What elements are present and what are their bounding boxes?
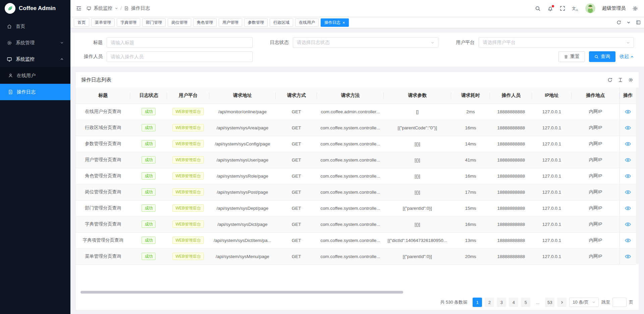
horizontal-scrollbar-thumb[interactable] — [80, 291, 403, 294]
view-detail-eye-icon[interactable] — [620, 104, 636, 120]
fullscreen-icon[interactable] — [560, 6, 565, 11]
tab-字典管理[interactable]: 字典管理 — [117, 18, 140, 27]
tab-close-icon[interactable]: × — [342, 20, 345, 25]
cell-location: 内网IP — [572, 104, 620, 120]
log-status-select[interactable]: 请选择日志状态 — [293, 37, 439, 48]
user-platform-label: 用户平台 — [448, 40, 479, 46]
view-detail-eye-icon[interactable] — [620, 120, 636, 136]
cell-status: 成功 — [130, 248, 167, 264]
user-platform-tag: WEB管理后台 — [172, 172, 204, 180]
sidebar-item-home[interactable]: 首页 — [0, 18, 70, 35]
view-detail-eye-icon[interactable] — [620, 136, 636, 152]
page-button-2[interactable]: 2 — [485, 298, 494, 307]
user-avatar[interactable] — [585, 3, 595, 13]
tab-在线用户[interactable]: 在线用户 — [295, 18, 319, 27]
vertical-scrollbar[interactable] — [636, 87, 639, 264]
cell-status: 成功 — [130, 168, 167, 184]
reset-button[interactable]: 重置 — [558, 51, 585, 62]
sidebar-item-online-users[interactable]: 在线用户 — [0, 67, 70, 84]
cell-method: GET — [276, 152, 317, 168]
tab-操作日志[interactable]: 操作日志× — [321, 18, 349, 27]
sidebar-item-system-monitor[interactable]: 系统监控 — [0, 51, 70, 67]
column-header-title: 标题 — [76, 87, 130, 104]
sidebar: Coffee Admin 首页 系统管理 系统监控 在线用户 操作日志 — [0, 0, 70, 314]
log-status-tag: 成功 — [142, 140, 156, 147]
search-icon[interactable] — [535, 6, 541, 11]
sidebar-item-label: 首页 — [16, 23, 25, 29]
tab-菜单管理[interactable]: 菜单管理 — [91, 18, 115, 27]
tab-label: 在线用户 — [299, 20, 315, 25]
tab-行政区域[interactable]: 行政区域 — [270, 18, 293, 27]
row-height-icon[interactable] — [618, 77, 623, 82]
sidebar-collapse-icon[interactable] — [76, 5, 82, 11]
query-button[interactable]: 查询 — [589, 51, 615, 62]
collapse-filter-link[interactable]: 收起 — [620, 54, 634, 60]
view-detail-eye-icon[interactable] — [620, 248, 636, 264]
log-document-icon — [8, 89, 13, 95]
cell-title: 参数管理分页查询 — [76, 136, 130, 152]
page-button-3[interactable]: 3 — [497, 298, 506, 307]
cell-func: com.coffee.system.controlle... — [317, 136, 383, 152]
horizontal-scrollbar[interactable] — [79, 291, 635, 294]
tab-角色管理[interactable]: 角色管理 — [193, 18, 217, 27]
page-size-select[interactable]: 10 条/页 — [569, 298, 599, 307]
cell-ip: 127.0.0.1 — [532, 248, 571, 264]
cell-duration: 14ms — [451, 136, 490, 152]
page-button-1[interactable]: 1 — [473, 298, 482, 307]
cell-duration: 13ms — [451, 232, 490, 248]
tab-label: 字典管理 — [120, 20, 137, 25]
column-settings-gear-icon[interactable] — [628, 77, 633, 82]
current-user-name[interactable]: 超级管理员 — [602, 5, 626, 11]
tab-部门管理[interactable]: 部门管理 — [142, 18, 166, 27]
cell-method: GET — [276, 200, 317, 216]
user-platform-select[interactable]: 请选择用户平台 — [479, 37, 634, 48]
user-icon — [8, 73, 13, 78]
cell-status: 成功 — [130, 216, 167, 232]
view-detail-eye-icon[interactable] — [620, 232, 636, 248]
page-button-53[interactable]: 53 — [545, 298, 554, 307]
cell-url: /api/system/sysMenu/page — [209, 248, 276, 264]
chevron-down-icon[interactable] — [627, 20, 631, 24]
cell-ip: 127.0.0.1 — [532, 136, 571, 152]
view-detail-eye-icon[interactable] — [620, 168, 636, 184]
view-detail-eye-icon[interactable] — [620, 152, 636, 168]
cell-platform: WEB管理后台 — [167, 104, 209, 120]
notification-bell-icon[interactable] — [547, 6, 553, 11]
refresh-icon[interactable] — [607, 77, 612, 82]
next-page-button[interactable] — [557, 298, 567, 307]
column-header-platform: 用户平台 — [167, 87, 209, 104]
tab-参数管理[interactable]: 参数管理 — [244, 18, 268, 27]
title-input[interactable] — [107, 37, 253, 48]
cell-url: /api/system/sysConfig/page — [209, 136, 276, 152]
tab-label: 岗位管理 — [171, 20, 187, 25]
tab-首页[interactable]: 首页 — [74, 18, 89, 27]
card-header: 操作日志列表 — [76, 72, 639, 87]
tab-用户管理[interactable]: 用户管理 — [219, 18, 242, 27]
breadcrumb-parent[interactable]: 系统监控 — [94, 5, 112, 11]
sidebar-item-system-management[interactable]: 系统管理 — [0, 35, 70, 51]
settings-gear-icon[interactable] — [632, 6, 638, 11]
view-detail-eye-icon[interactable] — [620, 200, 636, 216]
sidebar-item-operation-logs[interactable]: 操作日志 — [0, 84, 70, 100]
user-platform-tag: WEB管理后台 — [172, 108, 204, 115]
table-row: 菜单管理分页查询成功WEB管理后台/api/system/sysMenu/pag… — [76, 248, 636, 264]
cell-func: com.coffee.system.controlle... — [317, 232, 383, 248]
page-button-5[interactable]: 5 — [521, 298, 530, 307]
app-logo[interactable]: Coffee Admin — [0, 0, 70, 17]
view-detail-eye-icon[interactable] — [620, 216, 636, 232]
cell-func: com.coffee.system.controlle... — [317, 168, 383, 184]
view-detail-eye-icon[interactable] — [620, 184, 636, 200]
translate-icon[interactable]: 文A — [572, 6, 579, 11]
chevron-down-icon[interactable] — [115, 7, 118, 10]
operator-input[interactable] — [107, 51, 253, 62]
cell-params: [{"parentId":0}] — [384, 248, 451, 264]
tab-岗位管理[interactable]: 岗位管理 — [168, 18, 191, 27]
jump-page-input[interactable] — [612, 298, 627, 307]
sidebar-menu: 首页 系统管理 系统监控 在线用户 操作日志 — [0, 18, 70, 314]
refresh-icon[interactable] — [616, 20, 621, 25]
filter-item-log-status: 日志状态 请选择日志状态 — [262, 37, 448, 48]
page-button-4[interactable]: 4 — [509, 298, 518, 307]
cell-title: 字典项管理分页查询 — [76, 232, 130, 248]
layout-icon[interactable] — [636, 20, 641, 25]
tabbar-tools — [616, 20, 641, 25]
